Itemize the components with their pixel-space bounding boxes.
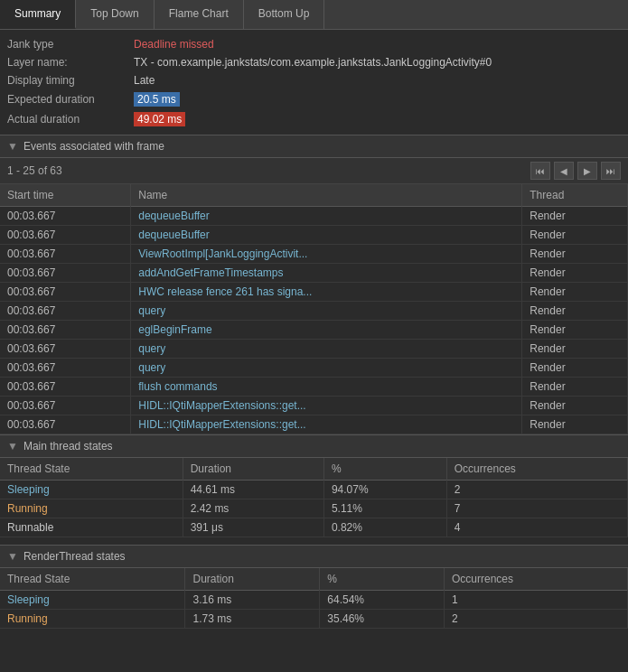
tab-top-down[interactable]: Top Down — [76, 0, 154, 29]
event-name: HIDL::IQtiMapperExtensions::get... — [131, 415, 522, 434]
rts-col-duration: Duration — [185, 568, 320, 591]
state-occurrences: 1 — [445, 591, 628, 610]
display-timing-row: Display timing Late — [7, 71, 621, 89]
render-thread-collapse-arrow: ▼ — [7, 550, 18, 563]
event-start-time: 00:03.667 — [0, 264, 131, 283]
expected-duration-value: 20.5 ms — [134, 92, 180, 107]
event-start-time: 00:03.667 — [0, 340, 131, 359]
main-thread-states-section: Thread State Duration % Occurrences Slee… — [0, 458, 628, 545]
event-name: flush commands — [131, 378, 522, 397]
tab-flame-chart[interactable]: Flame Chart — [155, 0, 244, 29]
render-thread-states-table-wrap: Thread State Duration % Occurrences Slee… — [0, 568, 628, 636]
display-timing-value: Late — [134, 74, 155, 87]
render-thread-states-header-row: Thread State Duration % Occurrences — [0, 568, 628, 591]
events-table-row[interactable]: 00:03.667 query Render — [0, 302, 628, 321]
pagination-info: 1 - 25 of 63 — [7, 164, 62, 177]
events-table-row[interactable]: 00:03.667 eglBeginFrame Render — [0, 321, 628, 340]
event-start-time: 00:03.667 — [0, 378, 131, 397]
render-thread-states-header[interactable]: ▼ RenderThread states — [0, 545, 628, 568]
expected-duration-label: Expected duration — [7, 93, 134, 106]
events-table-row[interactable]: 00:03.667 query Render — [0, 359, 628, 378]
event-name: ViewRootImpl[JankLoggingActivit... — [131, 245, 522, 264]
event-thread: Render — [522, 283, 628, 302]
events-table-row[interactable]: 00:03.667 HIDL::IQtiMapperExtensions::ge… — [0, 415, 628, 434]
event-start-time: 00:03.667 — [0, 207, 131, 226]
events-table-row[interactable]: 00:03.667 query Render — [0, 340, 628, 359]
event-start-time: 00:03.667 — [0, 283, 131, 302]
event-name: HIDL::IQtiMapperExtensions::get... — [131, 397, 522, 415]
state-name: Running — [0, 610, 185, 629]
event-thread: Render — [522, 378, 628, 397]
event-thread: Render — [522, 321, 628, 340]
events-table-header: Start time Name Thread — [0, 184, 628, 207]
display-timing-label: Display timing — [7, 74, 134, 87]
state-duration: 1.73 ms — [185, 610, 320, 629]
rts-col-occurrences: Occurrences — [445, 568, 628, 591]
event-thread: Render — [522, 207, 628, 226]
last-page-button[interactable]: ⏭ — [601, 162, 621, 180]
events-section: 1 - 25 of 63 ⏮ ◀ ▶ ⏭ Start time Name Thr… — [0, 158, 628, 434]
state-percent: 64.54% — [320, 591, 445, 610]
rts-col-state: Thread State — [0, 568, 185, 591]
event-thread: Render — [522, 415, 628, 434]
state-occurrences: 7 — [446, 499, 627, 518]
event-name: eglBeginFrame — [131, 321, 522, 340]
event-name: addAndGetFrameTimestamps — [131, 264, 522, 283]
jank-type-label: Jank type — [7, 38, 134, 51]
main-state-row: Running 2.42 ms 5.11% 7 — [0, 499, 628, 518]
first-page-button[interactable]: ⏮ — [530, 162, 550, 180]
state-name: Sleeping — [0, 591, 185, 610]
event-name: HWC release fence 261 has signa... — [131, 283, 522, 302]
render-state-row: Sleeping 3.16 ms 64.54% 1 — [0, 591, 628, 610]
events-table-row[interactable]: 00:03.667 addAndGetFrameTimestamps Rende… — [0, 264, 628, 283]
event-name: query — [131, 340, 522, 359]
event-thread: Render — [522, 264, 628, 283]
event-start-time: 00:03.667 — [0, 302, 131, 321]
events-table-row[interactable]: 00:03.667 HIDL::IQtiMapperExtensions::ge… — [0, 397, 628, 415]
actual-duration-label: Actual duration — [7, 113, 134, 126]
info-section: Jank type Deadline missed Layer name: TX… — [0, 30, 628, 135]
events-table-row[interactable]: 00:03.667 dequeueBuffer Render — [0, 226, 628, 245]
main-state-row: Sleeping 44.61 ms 94.07% 2 — [0, 481, 628, 499]
render-thread-states-title: RenderThread states — [23, 550, 126, 563]
events-table-row[interactable]: 00:03.667 HWC release fence 261 has sign… — [0, 283, 628, 302]
tab-summary[interactable]: Summary — [0, 0, 76, 29]
event-name: dequeueBuffer — [131, 226, 522, 245]
layer-name-value: TX - com.example.jankstats/com.example.j… — [134, 56, 492, 69]
event-name: dequeueBuffer — [131, 207, 522, 226]
pagination-controls: ⏮ ◀ ▶ ⏭ — [530, 162, 621, 180]
render-thread-states-table: Thread State Duration % Occurrences Slee… — [0, 568, 628, 629]
next-page-button[interactable]: ▶ — [577, 162, 597, 180]
event-start-time: 00:03.667 — [0, 397, 131, 415]
state-percent: 5.11% — [323, 499, 446, 518]
events-table-row[interactable]: 00:03.667 dequeueBuffer Render — [0, 207, 628, 226]
event-thread: Render — [522, 226, 628, 245]
main-thread-states-table-wrap: Thread State Duration % Occurrences Slee… — [0, 458, 628, 545]
events-section-header[interactable]: ▼ Events associated with frame — [0, 135, 628, 158]
tab-bottom-up[interactable]: Bottom Up — [244, 0, 325, 29]
event-start-time: 00:03.667 — [0, 245, 131, 264]
events-section-title: Events associated with frame — [23, 140, 164, 153]
layer-name-row: Layer name: TX - com.example.jankstats/c… — [7, 53, 621, 71]
state-name: Runnable — [0, 518, 183, 537]
mts-col-duration: Duration — [183, 458, 323, 481]
event-name: query — [131, 302, 522, 321]
render-thread-states-section: Thread State Duration % Occurrences Slee… — [0, 568, 628, 636]
event-thread: Render — [522, 302, 628, 321]
state-occurrences: 2 — [445, 610, 628, 629]
state-duration: 391 μs — [183, 518, 323, 537]
mts-col-state: Thread State — [0, 458, 183, 481]
jank-type-row: Jank type Deadline missed — [7, 35, 621, 53]
events-table-row[interactable]: 00:03.667 ViewRootImpl[JankLoggingActivi… — [0, 245, 628, 264]
main-thread-states-header[interactable]: ▼ Main thread states — [0, 434, 628, 458]
main-thread-collapse-arrow: ▼ — [7, 440, 18, 453]
state-name: Running — [0, 499, 183, 518]
events-table: Start time Name Thread 00:03.667 dequeue… — [0, 184, 628, 434]
prev-page-button[interactable]: ◀ — [554, 162, 574, 180]
event-start-time: 00:03.667 — [0, 321, 131, 340]
state-occurrences: 2 — [446, 481, 627, 499]
state-name: Sleeping — [0, 481, 183, 499]
events-table-row[interactable]: 00:03.667 flush commands Render — [0, 378, 628, 397]
layer-name-label: Layer name: — [7, 56, 134, 69]
col-name: Name — [131, 184, 522, 207]
